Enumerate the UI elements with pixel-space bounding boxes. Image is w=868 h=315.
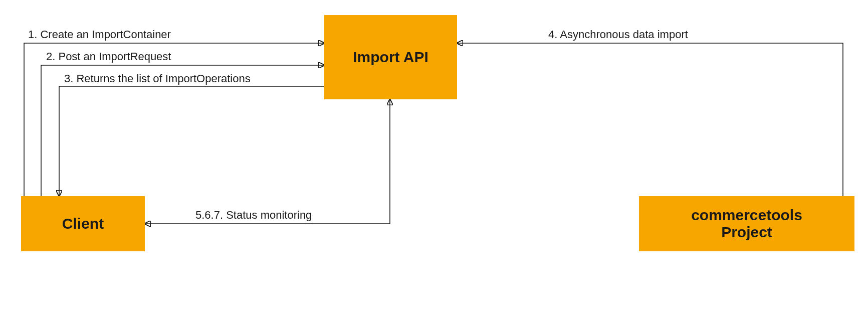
node-import-api: Import API xyxy=(324,15,457,99)
node-commercetools-project: commercetools Project xyxy=(639,196,854,251)
edge-label-step1: 1. Create an ImportContainer xyxy=(28,28,171,41)
node-commercetools-project-label: commercetools Project xyxy=(691,207,802,241)
edge-label-step2: 2. Post an ImportRequest xyxy=(46,50,171,63)
edge-label-step4: 4. Asynchronous data import xyxy=(548,28,688,41)
node-client: Client xyxy=(21,196,145,251)
node-client-label: Client xyxy=(62,215,104,233)
node-import-api-label: Import API xyxy=(353,49,428,66)
diagram-canvas: Import API Client commercetools Project … xyxy=(0,0,868,315)
edge-label-step3: 3. Returns the list of ImportOperations xyxy=(64,72,251,85)
edge-label-step567: 5.6.7. Status monitoring xyxy=(195,209,312,222)
